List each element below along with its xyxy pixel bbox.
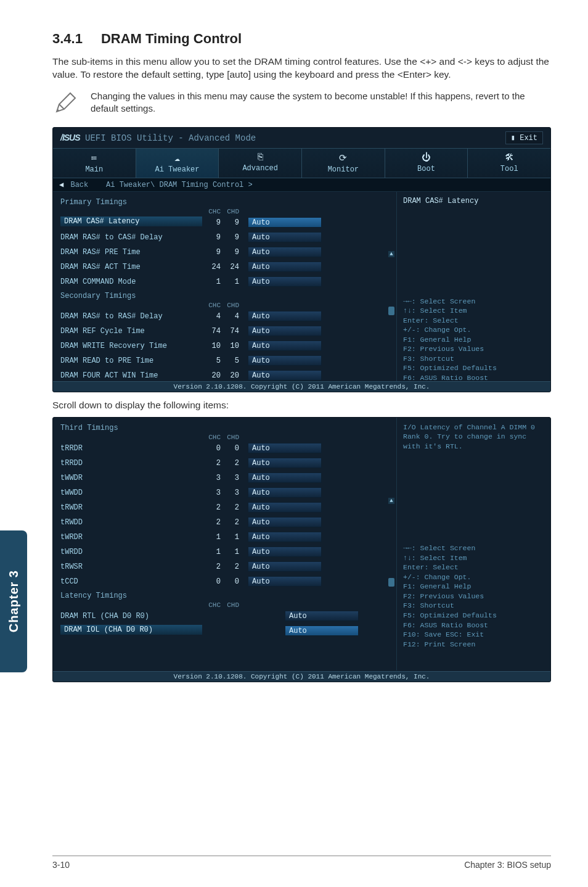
help-line: F6: ASUS Ratio Boost (403, 621, 544, 630)
setting-row[interactable]: tRWDD 2 2 Auto (60, 515, 390, 530)
help-line: +/-: Change Opt. (403, 572, 544, 582)
intro-paragraph: The sub-items in this menu allow you to … (52, 56, 551, 81)
bios-mode: UEFI BIOS Utility - Advanced Mode (85, 133, 256, 143)
chd-val: 24 (221, 263, 239, 271)
setting-label: DRAM RAS# ACT Time (60, 263, 202, 271)
setting-row[interactable]: tWRDR 1 1 Auto (60, 530, 390, 545)
chc-val: 0 (202, 444, 221, 453)
setting-label: DRAM FOUR ACT WIN Time (60, 371, 202, 380)
setting-value[interactable]: Auto (248, 458, 322, 468)
tab-icon: ⏻ (385, 152, 468, 163)
col-headers: CHCCHD (202, 434, 390, 441)
setting-value[interactable]: Auto (248, 561, 322, 572)
group-title: Latency Timings (60, 592, 390, 600)
chd-val: 1 (221, 548, 239, 556)
tab-ai-tweaker[interactable]: ☁Ai Tweaker (136, 149, 219, 178)
scroll-thumb[interactable] (388, 307, 394, 315)
tab-icon: ⎘ (219, 152, 301, 163)
setting-value[interactable]: Auto (248, 262, 322, 272)
setting-row[interactable]: DRAM RAS# to RAS# Delay 4 4 Auto (60, 309, 390, 324)
tab-boot[interactable]: ⏻Boot (385, 149, 468, 178)
tab-advanced[interactable]: ⎘Advanced (219, 149, 302, 178)
setting-value[interactable]: Auto (248, 576, 322, 587)
page-footer: 3-10 Chapter 3: BIOS setup (52, 856, 551, 870)
setting-row[interactable]: DRAM RAS# ACT Time 24 24 Auto (60, 260, 390, 274)
setting-label: DRAM RAS# to RAS# Delay (60, 312, 202, 321)
setting-row[interactable]: DRAM RAS# to CAS# Delay 9 9 Auto (60, 230, 390, 245)
setting-row[interactable]: tRRDR 0 0 Auto (60, 441, 390, 456)
tab-tool[interactable]: 🛠Tool (468, 149, 550, 178)
chc-val: 1 (202, 533, 221, 542)
setting-value[interactable]: Auto (248, 311, 322, 321)
scroll-instruction: Scroll down to display the following ite… (52, 400, 551, 411)
back-icon[interactable]: ◀ (59, 181, 63, 189)
breadcrumb-back[interactable]: Back (70, 181, 88, 189)
chd-val: 0 (221, 444, 239, 453)
setting-label: tRWSR (60, 563, 202, 571)
breadcrumb-path: Ai Tweaker\ DRAM Timing Control > (106, 181, 253, 189)
setting-row[interactable]: DRAM WRITE Recovery Time 10 10 Auto (60, 339, 390, 353)
setting-row[interactable]: tRRDD 2 2 Auto (60, 456, 390, 471)
setting-row[interactable]: tRWDR 2 2 Auto (60, 500, 390, 515)
setting-row[interactable]: tRWSR 2 2 Auto (60, 559, 390, 574)
group-title: Third Timings (60, 424, 390, 432)
tab-label: Tool (500, 165, 518, 173)
chc-val: 2 (202, 518, 221, 527)
setting-label: DRAM REF Cycle Time (60, 327, 202, 336)
setting-value[interactable]: Auto (248, 232, 322, 242)
setting-value[interactable]: Auto (248, 517, 322, 527)
setting-value[interactable]: Auto (248, 472, 322, 483)
setting-value[interactable]: Auto (248, 532, 322, 542)
setting-value[interactable]: Auto (248, 547, 322, 557)
setting-value[interactable]: Auto (285, 611, 359, 621)
setting-value[interactable]: Auto (248, 502, 322, 513)
setting-label: DRAM CAS# Latency (60, 217, 202, 226)
setting-value[interactable]: Auto (248, 487, 322, 498)
tab-label: Main (85, 165, 103, 174)
page-number: 3-10 (52, 860, 70, 870)
chd-val: 3 (221, 474, 239, 482)
setting-row[interactable]: DRAM READ to PRE Time 5 5 Auto (60, 353, 390, 368)
setting-value[interactable]: Auto (248, 326, 322, 336)
help-line: +/-: Change Opt. (403, 325, 544, 335)
chd-val: 2 (221, 503, 239, 512)
exit-button[interactable]: ▮ Exit (505, 131, 543, 144)
setting-row[interactable]: tCCD 0 0 Auto (60, 574, 390, 589)
setting-value[interactable]: Auto (248, 276, 322, 287)
scroll-up-icon[interactable]: ▲ (388, 498, 394, 504)
bios-panel-1: /ISUS UEFI BIOS Utility - Advanced Mode … (52, 127, 551, 392)
setting-value[interactable]: Auto (248, 247, 322, 257)
setting-value[interactable]: Auto (285, 625, 359, 636)
scroll-thumb[interactable] (388, 578, 394, 587)
scroll-up-icon[interactable]: ▲ (388, 251, 394, 257)
setting-value[interactable]: Auto (248, 340, 322, 351)
setting-row[interactable]: tWWDD 3 3 Auto (60, 485, 390, 500)
help-line: F1: General Help (403, 335, 544, 345)
tab-icon: ☁ (136, 152, 219, 164)
chc-val: 2 (202, 563, 221, 571)
setting-row-selected[interactable]: DRAM IOL (CHA D0 R0) Auto (60, 624, 390, 638)
chc-val: 20 (202, 371, 221, 380)
setting-value[interactable]: Auto (248, 443, 322, 453)
setting-row-selected[interactable]: DRAM CAS# Latency 9 9 Auto (60, 215, 390, 230)
setting-value[interactable]: Auto (248, 355, 322, 366)
setting-row[interactable]: tWWDR 3 3 Auto (60, 471, 390, 485)
setting-row[interactable]: tWRDD 1 1 Auto (60, 545, 390, 559)
chc-val: 3 (202, 474, 221, 482)
setting-value[interactable]: Auto (248, 217, 322, 228)
setting-row[interactable]: DRAM COMMAND Mode 1 1 Auto (60, 274, 390, 289)
tab-label: Ai Tweaker (155, 165, 200, 174)
help-keys: →←: Select Screen↑↓: Select ItemEnter: S… (403, 543, 544, 649)
tab-monitor[interactable]: ⟳Monitor (302, 149, 385, 178)
setting-row[interactable]: DRAM RAS# PRE Time 9 9 Auto (60, 245, 390, 260)
help-line: F1: General Help (403, 582, 544, 592)
section-number: 3.4.1 (52, 31, 83, 46)
setting-row[interactable]: DRAM REF Cycle Time 74 74 Auto (60, 324, 390, 339)
setting-label: DRAM RAS# PRE Time (60, 248, 202, 257)
setting-row[interactable]: DRAM RTL (CHA D0 R0) Auto (60, 609, 390, 624)
setting-value[interactable]: Auto (248, 370, 322, 381)
help-line: F5: Optimized Defaults (403, 363, 544, 373)
tab-main[interactable]: ≔Main (53, 149, 136, 178)
chc-val: 24 (202, 263, 221, 271)
section-title: DRAM Timing Control (101, 31, 242, 46)
